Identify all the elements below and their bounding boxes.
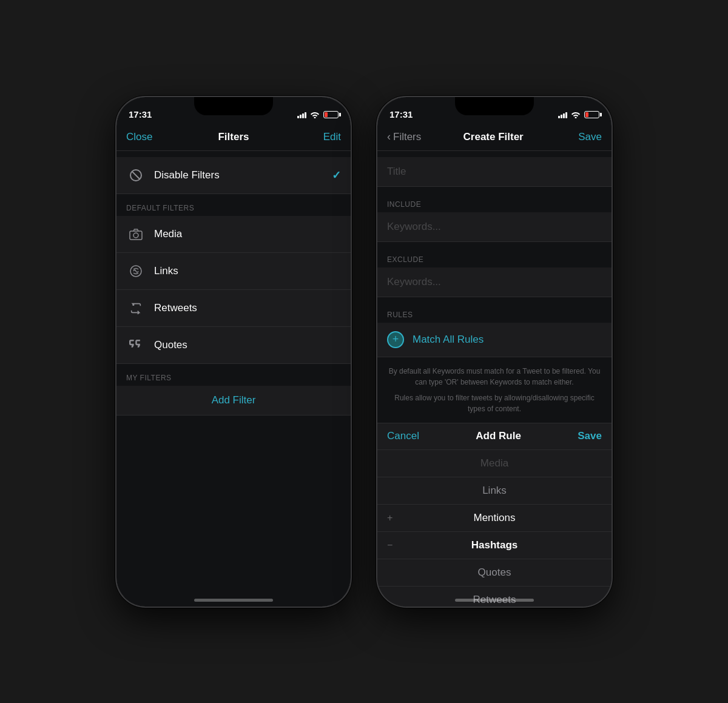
subtract-indicator-icon: − [387, 540, 393, 551]
match-all-label: Match All Rules [413, 334, 484, 346]
add-rule-title: Add Rule [476, 430, 521, 442]
media-filter-item[interactable]: Media [116, 216, 351, 253]
picker-quotes-item[interactable]: Quotes [377, 559, 612, 587]
add-filter-label: Add Filter [212, 394, 256, 406]
signal-bar-4 [305, 112, 306, 118]
picker-hashtags-label: Hashtags [471, 539, 518, 551]
spacer-4 [377, 242, 612, 248]
phone-2: 17:31 ‹ Filters [376, 96, 613, 608]
signal-bar-2 [300, 115, 302, 118]
wifi-icon-1 [310, 111, 320, 118]
create-filter-content: Title INCLUDE Keywords... EXCLUDE Keywor… [377, 151, 612, 607]
include-section-label: INCLUDE [377, 193, 612, 212]
add-rule-circle-icon[interactable]: + [387, 331, 404, 348]
include-keywords-placeholder: Keywords... [387, 221, 441, 232]
default-filters-header: DEFAULT FILTERS [116, 194, 351, 216]
signal-bar-2-4 [565, 112, 567, 118]
info-text-2: Rules allow you to filter tweets by allo… [387, 390, 602, 417]
match-all-rules-row[interactable]: + Match All Rules [377, 323, 612, 357]
close-button[interactable]: Close [126, 131, 163, 143]
action-sheet: Cancel Add Rule Save Media Links + [377, 423, 612, 607]
action-save-button[interactable]: Save [578, 430, 602, 442]
picker-links-label: Links [482, 485, 507, 497]
svg-rect-2 [130, 231, 142, 240]
edit-button[interactable]: Edit [305, 131, 341, 143]
home-indicator-2 [455, 599, 534, 602]
disable-icon [126, 166, 146, 185]
spacer-3 [377, 187, 612, 193]
screen-1: 17:31 Close Filters Edit [116, 97, 351, 607]
links-icon [126, 261, 146, 281]
exclude-keywords-placeholder: Keywords... [387, 276, 441, 288]
action-sheet-header: Cancel Add Rule Save [377, 423, 612, 450]
spacer-2 [377, 151, 612, 157]
filters-title: Filters [218, 131, 249, 143]
signal-bar-3 [302, 113, 304, 118]
svg-line-1 [132, 172, 140, 179]
title-field[interactable]: Title [377, 157, 612, 187]
quotes-label: Quotes [154, 339, 341, 351]
notch-1 [194, 97, 273, 115]
add-indicator-icon: + [387, 513, 393, 523]
picker-quotes-label: Quotes [478, 567, 511, 579]
disable-filters-item[interactable]: Disable Filters ✓ [116, 157, 351, 194]
phone-1: 17:31 Close Filters Edit [115, 96, 352, 608]
picker-media-label: Media [480, 457, 508, 469]
picker-mentions-item[interactable]: + Mentions [377, 505, 612, 532]
battery-icon-2 [584, 111, 599, 118]
save-nav-button[interactable]: Save [565, 131, 602, 143]
chevron-left-icon: ‹ [387, 130, 391, 143]
picker-mentions-label: Mentions [474, 512, 516, 524]
retweet-icon [126, 298, 146, 318]
links-label: Links [154, 265, 341, 277]
camera-icon [126, 224, 146, 244]
checkmark-icon: ✓ [332, 169, 341, 182]
retweets-label: Retweets [154, 302, 341, 314]
picker-links-item[interactable]: Links [377, 477, 612, 505]
exclude-section-label: EXCLUDE [377, 248, 612, 267]
disable-filters-label: Disable Filters [154, 169, 323, 181]
nav-bar-1: Close Filters Edit [116, 124, 351, 150]
exclude-keywords-field[interactable]: Keywords... [377, 267, 612, 297]
status-icons-1 [297, 111, 339, 118]
spacer-5 [377, 297, 612, 303]
status-time-1: 17:31 [129, 109, 152, 119]
home-indicator-1 [194, 599, 273, 602]
create-filter-title: Create Filter [463, 131, 524, 143]
cancel-button[interactable]: Cancel [387, 430, 419, 442]
nav-bar-2: ‹ Filters Create Filter Save [377, 124, 612, 150]
picker-hashtags-item[interactable]: − Hashtags [377, 532, 612, 559]
signal-bar-2-1 [558, 116, 560, 118]
signal-bar-2-3 [563, 113, 565, 118]
back-label: Filters [393, 131, 421, 143]
signal-bars-1 [297, 111, 306, 118]
status-time-2: 17:31 [389, 109, 413, 119]
rules-section-label: RULES [377, 303, 612, 323]
filters-content: Disable Filters ✓ DEFAULT FILTERS Media [116, 151, 351, 607]
signal-bars-2 [558, 111, 567, 118]
wifi-icon-2 [571, 111, 581, 118]
info-text-container: By default all Keywords must match for a… [377, 357, 612, 423]
quotes-icon [126, 335, 146, 355]
back-button[interactable]: ‹ Filters [387, 130, 421, 143]
battery-fill-2 [585, 112, 588, 117]
svg-point-3 [133, 233, 138, 238]
picker-media-item[interactable]: Media [377, 450, 612, 477]
info-text-1: By default all Keywords must match for a… [387, 363, 602, 390]
spacer-top [116, 151, 351, 157]
battery-fill-1 [325, 112, 328, 117]
my-filters-header: MY FILTERS [116, 364, 351, 386]
picker-retweets-item[interactable]: Retweets [377, 587, 612, 607]
add-filter-button[interactable]: Add Filter [116, 386, 351, 415]
notch-2 [455, 97, 534, 115]
media-label: Media [154, 228, 341, 240]
screen-2: 17:31 ‹ Filters [377, 97, 612, 607]
links-filter-item[interactable]: Links [116, 253, 351, 290]
signal-bar-2-2 [561, 115, 562, 118]
include-keywords-field[interactable]: Keywords... [377, 212, 612, 242]
quotes-filter-item[interactable]: Quotes [116, 327, 351, 364]
status-icons-2 [558, 111, 599, 118]
title-placeholder: Title [387, 166, 406, 177]
picker-list: Media Links + Mentions − Hashtags [377, 450, 612, 607]
retweets-filter-item[interactable]: Retweets [116, 290, 351, 327]
